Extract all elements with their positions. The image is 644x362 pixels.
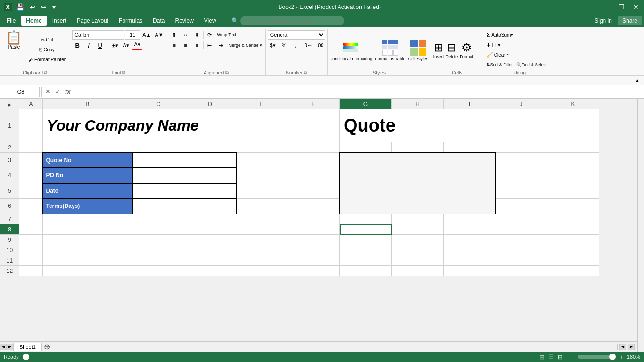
cell-j11[interactable] — [495, 255, 547, 266]
menu-file[interactable]: File — [2, 16, 20, 26]
cell-b11[interactable] — [43, 255, 132, 266]
cell-f8[interactable] — [288, 224, 340, 235]
formula-confirm-button[interactable]: ✓ — [54, 88, 62, 95]
decrease-decimal-button[interactable]: .0← — [302, 41, 314, 50]
font-size-input[interactable] — [125, 30, 140, 40]
cell-b10[interactable] — [43, 245, 132, 255]
cell-reference-box[interactable] — [2, 87, 40, 97]
font-size-increase-button[interactable]: A▲ — [141, 30, 152, 40]
menu-insert[interactable]: Insert — [48, 16, 71, 26]
cell-c7[interactable] — [132, 214, 184, 224]
row-header-5[interactable]: 5 — [0, 183, 19, 199]
cell-e7[interactable] — [236, 214, 288, 224]
border-button[interactable]: ⊞▾ — [109, 41, 120, 50]
font-expand-icon[interactable]: ⧉ — [122, 70, 125, 75]
cell-e10[interactable] — [236, 245, 288, 255]
cell-h9[interactable] — [392, 235, 444, 245]
row-header-8[interactable]: 8 — [0, 224, 19, 235]
find-select-button[interactable]: 🔍 Find & Select — [515, 60, 548, 69]
cell-f3[interactable] — [288, 153, 340, 168]
page-scroll-right[interactable]: ▶ — [628, 344, 635, 350]
cell-c10[interactable] — [132, 245, 184, 255]
cell-f4[interactable] — [288, 168, 340, 183]
cell-j6[interactable] — [495, 198, 547, 214]
qat-undo[interactable]: ↩ — [28, 3, 37, 11]
cell-e4[interactable] — [236, 168, 288, 183]
cell-f5[interactable] — [288, 183, 340, 199]
align-right-button[interactable]: ≡ — [192, 41, 202, 50]
insert-button[interactable]: ⊞ Insert — [433, 41, 444, 59]
cell-j10[interactable] — [495, 245, 547, 255]
cell-c9[interactable] — [132, 235, 184, 245]
cell-j3[interactable] — [495, 153, 547, 168]
grid-container[interactable]: ▶ A B C D E F G H I J K — [0, 99, 637, 341]
scroll-right-button[interactable]: ▶ — [7, 344, 13, 350]
row-header-7[interactable]: 7 — [0, 214, 19, 224]
cell-j8[interactable] — [495, 224, 547, 235]
col-header-b[interactable]: B — [43, 99, 132, 109]
cell-h12[interactable] — [392, 266, 444, 276]
number-format-dropdown[interactable]: General — [268, 30, 325, 40]
cell-j5[interactable] — [495, 183, 547, 199]
clipboard-expand-icon[interactable]: ⧉ — [44, 70, 47, 75]
align-center-button[interactable]: ≡ — [181, 41, 191, 50]
cell-f7[interactable] — [288, 214, 340, 224]
cell-c3[interactable] — [132, 153, 236, 168]
cell-h10[interactable] — [392, 245, 444, 255]
zoom-out-button[interactable]: − — [571, 354, 575, 361]
ribbon-collapse-button[interactable]: ▲ — [635, 77, 640, 84]
cell-k1[interactable] — [547, 109, 599, 142]
col-header-h[interactable]: H — [392, 99, 444, 109]
menu-home[interactable]: Home — [21, 16, 46, 26]
cell-d7[interactable] — [184, 214, 236, 224]
menu-data[interactable]: Data — [148, 16, 169, 26]
cell-b5[interactable]: Date — [43, 183, 132, 199]
cell-g2[interactable] — [340, 142, 392, 153]
currency-button[interactable]: $▾ — [268, 41, 278, 50]
cell-a3[interactable] — [19, 153, 43, 168]
cell-h7[interactable] — [392, 214, 444, 224]
cell-c8[interactable] — [132, 224, 184, 235]
format-button[interactable]: ⚙ Format — [460, 41, 473, 59]
qat-save[interactable]: 💾 — [15, 3, 25, 11]
cell-k10[interactable] — [547, 245, 599, 255]
cell-b2[interactable] — [43, 142, 132, 153]
col-header-e[interactable]: E — [236, 99, 288, 109]
cell-a4[interactable] — [19, 168, 43, 183]
copy-button[interactable]: ⎘ Copy — [27, 45, 67, 54]
cell-d12[interactable] — [184, 266, 236, 276]
cell-b4[interactable]: PO No — [43, 168, 132, 183]
cell-d9[interactable] — [184, 235, 236, 245]
cell-k2[interactable] — [547, 142, 599, 153]
cell-c2[interactable] — [132, 142, 184, 153]
cell-g3[interactable] — [340, 153, 495, 214]
cell-h8[interactable] — [392, 224, 444, 235]
cell-f6[interactable] — [288, 198, 340, 214]
col-header-i[interactable]: I — [444, 99, 495, 109]
cell-j12[interactable] — [495, 266, 547, 276]
cell-e11[interactable] — [236, 255, 288, 266]
cell-f12[interactable] — [288, 266, 340, 276]
align-bottom-button[interactable]: ⬇ — [192, 30, 202, 40]
align-middle-button[interactable]: ↔ — [181, 30, 191, 40]
col-header-g[interactable]: G — [340, 99, 392, 109]
cell-j4[interactable] — [495, 168, 547, 183]
col-header-j[interactable]: J — [495, 99, 547, 109]
comma-button[interactable]: , — [290, 41, 301, 50]
cell-g7[interactable] — [340, 214, 392, 224]
cell-g10[interactable] — [340, 245, 392, 255]
cell-a7[interactable] — [19, 214, 43, 224]
cell-i8[interactable] — [444, 224, 495, 235]
vertical-scrollbar[interactable] — [637, 99, 644, 352]
cell-a8[interactable] — [19, 224, 43, 235]
cell-b1[interactable]: Your Company Name — [43, 109, 340, 142]
cell-i11[interactable] — [444, 255, 495, 266]
cell-k6[interactable] — [547, 198, 599, 214]
conditional-formatting-button[interactable]: Conditional Formatting — [330, 39, 372, 61]
cell-a11[interactable] — [19, 255, 43, 266]
page-scroll-left[interactable]: ◀ — [619, 344, 626, 350]
cell-i7[interactable] — [444, 214, 495, 224]
fill-button[interactable]: ⬇ Fill ▾ — [485, 40, 552, 49]
formula-input[interactable] — [76, 87, 642, 97]
normal-view-button[interactable]: ⊞ — [539, 354, 545, 361]
